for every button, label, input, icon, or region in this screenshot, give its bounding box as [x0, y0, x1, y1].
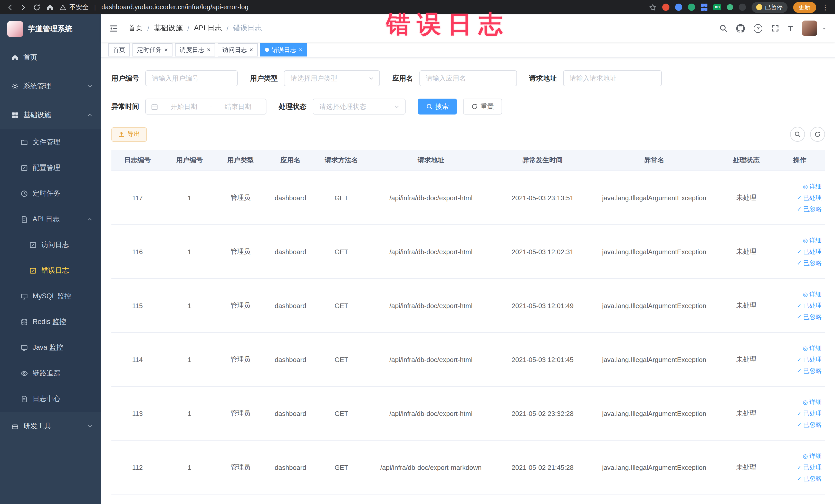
sidebar-item-home[interactable]: 首页 [0, 43, 101, 72]
app-title: 芋道管理系统 [28, 24, 73, 34]
detail-link[interactable]: ◎详细 [803, 343, 822, 353]
tab-access-log[interactable]: 访问日志 × [218, 43, 258, 57]
address-bar[interactable]: dashboard.yudao.iocoder.cn/infra/log/api… [101, 4, 248, 11]
processed-link[interactable]: ✓已处理 [797, 354, 822, 365]
security-badge[interactable]: 不安全 [60, 3, 88, 12]
processed-link[interactable]: ✓已处理 [797, 246, 822, 257]
ignored-link[interactable]: ✓已忽略 [797, 258, 822, 268]
tab-scheduled-jobs[interactable]: 定时任务 × [133, 43, 172, 57]
processed-link[interactable]: ✓已处理 [797, 462, 822, 472]
sidebar-item-log-center[interactable]: 日志中心 [0, 386, 101, 412]
sidebar-item-system-mgmt[interactable]: 系统管理 [0, 72, 101, 101]
update-button[interactable]: 更新 [793, 2, 816, 13]
browser-menu-icon[interactable]: ⋮ [822, 4, 829, 11]
user-avatar[interactable] [802, 21, 817, 36]
sidebar-item-error-log[interactable]: 错误日志 [0, 258, 101, 283]
detail-link[interactable]: ◎详细 [803, 397, 822, 407]
tab-dispatch-log[interactable]: 调度日志 × [175, 43, 215, 57]
sidebar-item-java-monitor[interactable]: Java 监控 [0, 335, 101, 361]
breadcrumb-item[interactable]: 首页 [128, 24, 143, 33]
sidebar-fold-icon[interactable] [109, 24, 118, 33]
start-date-placeholder: 开始日期 [161, 102, 207, 111]
cell-user-type: 管理员 [216, 332, 266, 386]
page-content: 用户编号 用户类型 请选择用户类型 应用名 [101, 58, 835, 504]
process-status-select[interactable]: 请选择处理状态 [313, 99, 406, 115]
close-icon[interactable]: × [249, 47, 253, 53]
close-icon[interactable]: × [299, 47, 302, 53]
ignored-link[interactable]: ✓已忽略 [797, 366, 822, 376]
ignored-link[interactable]: ✓已忽略 [797, 312, 822, 322]
breadcrumb-item[interactable]: 基础设施 [154, 24, 183, 33]
extension-icon-teal[interactable] [688, 4, 695, 11]
detail-link[interactable]: ◎详细 [803, 451, 822, 461]
filter-app-name: 应用名 [392, 70, 517, 86]
browser-home-icon[interactable] [46, 3, 54, 11]
paused-chip[interactable]: 已暂停 [752, 2, 787, 13]
refresh-button[interactable] [810, 127, 825, 142]
fullscreen-icon[interactable] [771, 24, 779, 32]
breadcrumb-item[interactable]: API 日志 [194, 24, 222, 33]
extension-icon-dark[interactable] [739, 4, 746, 11]
extension-icon-grid[interactable] [700, 4, 708, 11]
sidebar-item-dev-tools[interactable]: 研发工具 [0, 412, 101, 441]
processed-link[interactable]: ✓已处理 [797, 300, 822, 311]
sidebar-item-api-log[interactable]: API 日志 [0, 206, 101, 232]
forward-icon[interactable] [20, 3, 27, 11]
app-name-input[interactable] [419, 70, 517, 86]
detail-link[interactable]: ◎详细 [803, 289, 822, 299]
cell-app-name: dashboard [265, 332, 315, 386]
ignored-link[interactable]: ✓已忽略 [797, 420, 822, 430]
ignored-link[interactable]: ✓已忽略 [797, 473, 822, 484]
sidebar-item-config-mgmt[interactable]: 配置管理 [0, 155, 101, 181]
toggle-search-button[interactable] [790, 127, 805, 142]
export-button[interactable]: 导出 [111, 127, 147, 141]
extension-icon-green[interactable] [727, 4, 733, 10]
reload-icon[interactable] [33, 3, 41, 11]
reset-button[interactable]: 重置 [463, 99, 502, 115]
sidebar-item-access-log[interactable]: 访问日志 [0, 232, 101, 258]
java-monitor-icon [21, 344, 28, 351]
search-icon[interactable] [719, 24, 728, 32]
sidebar-item-mysql-monitor[interactable]: MySQL 监控 [0, 283, 101, 309]
extension-icon-red[interactable] [662, 4, 669, 11]
back-icon[interactable] [6, 3, 14, 11]
sidebar-item-label: 研发工具 [23, 422, 51, 431]
sidebar-item-trace[interactable]: 链路追踪 [0, 361, 101, 386]
help-icon[interactable]: ? [754, 24, 762, 33]
close-icon[interactable]: × [207, 47, 210, 53]
check-icon: ✓ [797, 249, 802, 255]
check-icon: ✓ [797, 476, 802, 481]
user-type-select[interactable]: 请选择用户类型 [284, 70, 380, 86]
sidebar-item-scheduled-jobs[interactable]: 定时任务 [0, 181, 101, 206]
cell-user-id: 1 [163, 332, 216, 386]
github-icon[interactable] [736, 24, 745, 33]
extension-icon-on[interactable]: on [713, 4, 721, 10]
processed-link[interactable]: ✓已处理 [797, 408, 822, 419]
cell-app-name: dashboard [265, 171, 315, 225]
extension-icon-blue[interactable] [675, 4, 682, 11]
app-logo[interactable]: 芋道管理系统 [0, 14, 101, 43]
sidebar-item-label: Java 监控 [33, 343, 63, 352]
detail-link[interactable]: ◎详细 [803, 181, 822, 191]
date-range-picker[interactable]: 开始日期 - 结束日期 [145, 99, 266, 115]
tab-error-log[interactable]: 错误日志 × [260, 43, 307, 57]
font-size-icon[interactable]: T [788, 24, 793, 32]
user-no-input[interactable] [145, 70, 238, 86]
sidebar-item-file-mgmt[interactable]: 文件管理 [0, 129, 101, 155]
close-icon[interactable]: × [164, 47, 168, 53]
search-button[interactable]: 搜索 [418, 99, 457, 115]
detail-link[interactable]: ◎详细 [803, 235, 822, 245]
ignored-link[interactable]: ✓已忽略 [797, 204, 822, 214]
tab-home[interactable]: 首页 [108, 43, 130, 57]
chevron-down-icon[interactable] [821, 25, 827, 31]
chevron-down-icon [87, 83, 93, 89]
tab-label: 定时任务 [137, 45, 162, 54]
error-log-table: 日志编号 用户编号 用户类型 应用名 请求方法名 请求地址 异常发生时间 异常名… [111, 150, 825, 495]
sidebar-item-redis-monitor[interactable]: Redis 监控 [0, 309, 101, 335]
bookmark-star-icon[interactable] [649, 3, 656, 11]
processed-link[interactable]: ✓已处理 [797, 193, 822, 203]
col-user-type: 用户类型 [216, 150, 266, 171]
request-url-input[interactable] [563, 70, 661, 86]
tab-label: 首页 [113, 45, 125, 54]
sidebar-item-infrastructure[interactable]: 基础设施 [0, 101, 101, 129]
